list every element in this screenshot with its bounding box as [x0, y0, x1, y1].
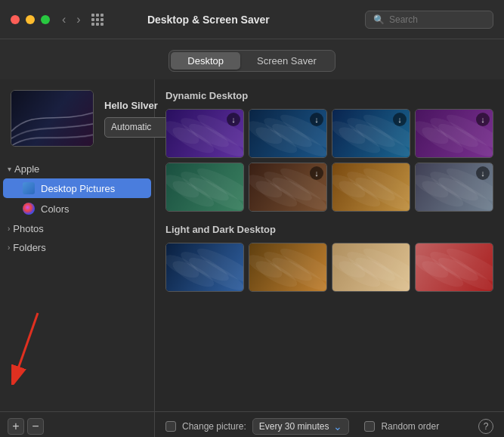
search-input[interactable] [389, 14, 485, 25]
options-bar: Change picture: Every 30 minutes ⌄ Rando… [155, 411, 504, 437]
search-icon: 🔍 [373, 14, 385, 25]
gallery-item[interactable]: ↓ [165, 109, 244, 158]
cloud-download-icon[interactable]: ↓ [227, 113, 240, 126]
main-content: Hello Silver Automatic ⌄ ▾ Apple Desktop… [0, 79, 504, 437]
dynamic-desktop-grid: ↓↓↓↓↓↓ [165, 109, 493, 212]
folders-label: Folders [13, 242, 45, 253]
cloud-download-icon[interactable]: ↓ [310, 166, 323, 180]
apple-header[interactable]: ▾ Apple [0, 160, 154, 178]
wallpaper-thumbnail-canvas [416, 243, 493, 291]
gallery-item[interactable]: ↓ [249, 163, 327, 212]
folders-section: › Folders [0, 239, 154, 256]
gallery-item[interactable]: ↓ [415, 109, 493, 158]
folder-icon [23, 182, 35, 194]
cloud-download-icon[interactable]: ↓ [393, 113, 407, 126]
gallery-item[interactable]: ↓ [249, 109, 327, 158]
chevron-right-icon: › [8, 243, 10, 252]
sidebar-tree: ▾ Apple Desktop Pictures Colors › Photos [0, 157, 154, 411]
change-picture-label: Change picture: [182, 421, 246, 432]
light-dark-title: Light and Dark Desktop [165, 224, 493, 235]
cloud-download-icon[interactable]: ↓ [476, 113, 490, 126]
close-button[interactable] [11, 15, 20, 24]
light-dark-grid [165, 243, 493, 292]
gallery-item[interactable] [332, 243, 410, 292]
traffic-lights [11, 15, 50, 24]
apple-label: Apple [14, 163, 39, 175]
left-panel: Hello Silver Automatic ⌄ ▾ Apple Desktop… [0, 79, 155, 437]
apple-section: ▾ Apple Desktop Pictures Colors [0, 160, 154, 218]
random-order-checkbox[interactable] [364, 421, 375, 432]
gallery-item[interactable] [332, 163, 410, 212]
wallpaper-thumbnail-canvas [166, 243, 243, 291]
gallery-item[interactable] [165, 243, 244, 292]
photos-section: › Photos [0, 220, 154, 237]
search-bar[interactable]: 🔍 [365, 11, 493, 29]
folders-header[interactable]: › Folders [0, 239, 154, 256]
gallery-item[interactable]: ↓ [332, 109, 410, 158]
gallery-item[interactable] [415, 243, 493, 292]
wallpaper-thumbnail-canvas [332, 243, 410, 291]
minimize-button[interactable] [26, 15, 35, 24]
right-panel: Dynamic Desktop ↓↓↓↓↓↓ Light and Dark De… [155, 79, 504, 437]
sidebar-item-desktop-pictures[interactable]: Desktop Pictures [3, 178, 151, 198]
wallpaper-thumbnail-canvas [249, 243, 326, 291]
title-bar: ‹ › Desktop & Screen Saver 🔍 [0, 0, 504, 39]
wallpaper-thumbnail-canvas [166, 163, 243, 211]
wallpaper-gallery: Dynamic Desktop ↓↓↓↓↓↓ Light and Dark De… [155, 79, 504, 411]
segment-bar: Desktop Screen Saver [0, 39, 504, 79]
gallery-item[interactable] [249, 243, 327, 292]
sidebar-item-colors[interactable]: Colors [3, 199, 151, 218]
colors-label: Colors [41, 203, 70, 215]
photos-label: Photos [13, 223, 43, 234]
change-picture-checkbox[interactable] [165, 421, 176, 432]
window-title: Desktop & Screen Saver [52, 14, 365, 26]
gallery-item[interactable] [165, 163, 244, 212]
random-order-option: Random order [364, 421, 439, 432]
maximize-button[interactable] [41, 15, 50, 24]
sidebar-bottom: + − [0, 411, 154, 437]
desktop-tab[interactable]: Desktop [171, 52, 240, 70]
desktop-pictures-label: Desktop Pictures [41, 183, 115, 194]
interval-dropdown[interactable]: Every 30 minutes ⌄ [252, 418, 350, 435]
cloud-download-icon[interactable]: ↓ [310, 113, 323, 126]
dropdown-value: Automatic [111, 122, 151, 132]
gallery-item[interactable]: ↓ [415, 163, 493, 212]
dynamic-desktop-title: Dynamic Desktop [165, 90, 493, 101]
cloud-download-icon[interactable]: ↓ [476, 166, 490, 180]
preview-thumbnail [11, 90, 94, 147]
help-button[interactable]: ? [478, 419, 493, 434]
remove-source-button[interactable]: − [27, 418, 44, 435]
interval-value: Every 30 minutes [259, 421, 329, 432]
screen-saver-tab[interactable]: Screen Saver [240, 52, 333, 70]
segment-control: Desktop Screen Saver [169, 50, 335, 72]
change-picture-option: Change picture: Every 30 minutes ⌄ [165, 418, 349, 435]
chevron-down-icon: ▾ [8, 165, 11, 173]
chevron-right-icon: › [8, 225, 10, 233]
photos-header[interactable]: › Photos [0, 220, 154, 237]
wallpaper-preview: Hello Silver Automatic ⌄ [0, 79, 154, 157]
wallpaper-thumbnail-canvas [332, 163, 410, 211]
preview-canvas [11, 91, 93, 146]
colors-icon [23, 203, 35, 215]
add-source-button[interactable]: + [8, 418, 24, 435]
random-order-label: Random order [381, 421, 439, 432]
interval-arrow-icon: ⌄ [333, 420, 342, 432]
